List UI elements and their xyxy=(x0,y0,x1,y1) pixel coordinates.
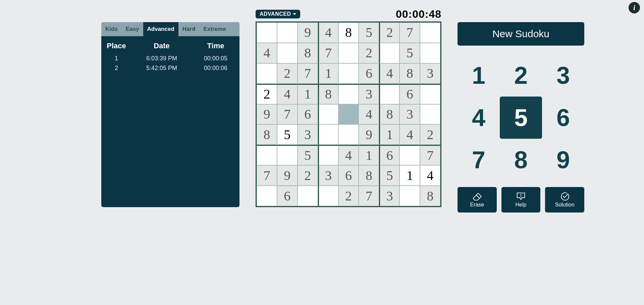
cell-7-6[interactable]: 5 xyxy=(379,165,399,186)
cell-6-5[interactable]: 1 xyxy=(359,145,379,165)
cell-3-7[interactable]: 6 xyxy=(399,84,420,104)
cell-1-8[interactable] xyxy=(420,43,440,63)
cell-8-0[interactable] xyxy=(257,186,277,206)
cell-8-2[interactable] xyxy=(298,186,318,206)
cell-1-5[interactable]: 2 xyxy=(359,43,379,63)
numpad-8[interactable]: 8 xyxy=(500,139,542,181)
cell-4-7[interactable]: 3 xyxy=(399,104,420,125)
cell-3-0[interactable]: 2 xyxy=(257,84,277,104)
numpad-1[interactable]: 1 xyxy=(458,54,500,97)
new-sudoku-button[interactable]: New Sudoku xyxy=(458,22,584,46)
cell-4-0[interactable]: 9 xyxy=(257,104,277,125)
cell-2-2[interactable]: 7 xyxy=(298,63,318,84)
cell-6-7[interactable] xyxy=(399,145,420,165)
cell-1-2[interactable]: 8 xyxy=(298,43,318,63)
cell-2-0[interactable] xyxy=(257,63,277,84)
difficulty-dropdown[interactable]: ADVANCED xyxy=(256,10,300,18)
cell-8-1[interactable]: 6 xyxy=(277,186,298,206)
cell-4-4[interactable] xyxy=(338,104,359,125)
cell-6-3[interactable] xyxy=(318,145,338,165)
cell-2-3[interactable]: 1 xyxy=(318,63,338,84)
cell-0-2[interactable]: 9 xyxy=(298,22,318,43)
tab-easy[interactable]: Easy xyxy=(122,22,143,36)
tab-extreme[interactable]: Extreme xyxy=(200,22,230,36)
cell-1-3[interactable]: 7 xyxy=(318,43,338,63)
cell-2-7[interactable]: 8 xyxy=(399,63,420,84)
sudoku-board[interactable]: 9485274872527164832418369764838539142541… xyxy=(256,21,441,207)
numpad-4[interactable]: 4 xyxy=(458,97,500,139)
cell-0-1[interactable] xyxy=(277,22,298,43)
erase-button[interactable]: Erase xyxy=(458,187,497,212)
cell-7-5[interactable]: 8 xyxy=(359,165,379,186)
cell-7-3[interactable]: 3 xyxy=(318,165,338,186)
cell-7-2[interactable]: 2 xyxy=(298,165,318,186)
cell-6-0[interactable] xyxy=(257,145,277,165)
cell-1-6[interactable] xyxy=(379,43,399,63)
cell-6-4[interactable]: 4 xyxy=(338,145,359,165)
cell-1-7[interactable]: 5 xyxy=(399,43,420,63)
cell-4-8[interactable] xyxy=(420,104,440,125)
cell-8-7[interactable] xyxy=(399,186,420,206)
cell-1-4[interactable] xyxy=(338,43,359,63)
cell-2-6[interactable]: 4 xyxy=(379,63,399,84)
cell-8-3[interactable] xyxy=(318,186,338,206)
cell-0-0[interactable] xyxy=(257,22,277,43)
cell-3-6[interactable] xyxy=(379,84,399,104)
numpad-2[interactable]: 2 xyxy=(500,54,542,97)
cell-5-6[interactable]: 1 xyxy=(379,124,399,145)
cell-2-1[interactable]: 2 xyxy=(277,63,298,84)
cell-3-8[interactable] xyxy=(420,84,440,104)
cell-4-5[interactable]: 4 xyxy=(359,104,379,125)
cell-4-2[interactable]: 6 xyxy=(298,104,318,125)
cell-6-1[interactable] xyxy=(277,145,298,165)
cell-6-2[interactable]: 5 xyxy=(298,145,318,165)
numpad-6[interactable]: 6 xyxy=(542,97,584,139)
cell-1-1[interactable] xyxy=(277,43,298,63)
cell-3-4[interactable] xyxy=(338,84,359,104)
cell-5-1[interactable]: 5 xyxy=(277,124,298,145)
cell-8-5[interactable]: 7 xyxy=(359,186,379,206)
numpad-7[interactable]: 7 xyxy=(458,139,500,181)
cell-5-0[interactable]: 8 xyxy=(257,124,277,145)
cell-7-1[interactable]: 9 xyxy=(277,165,298,186)
cell-7-0[interactable]: 7 xyxy=(257,165,277,186)
cell-5-7[interactable]: 4 xyxy=(399,124,420,145)
tab-kids[interactable]: Kids xyxy=(101,22,122,36)
cell-4-1[interactable]: 7 xyxy=(277,104,298,125)
cell-6-6[interactable]: 6 xyxy=(379,145,399,165)
cell-0-3[interactable]: 4 xyxy=(318,22,338,43)
cell-2-8[interactable]: 3 xyxy=(420,63,440,84)
numpad-3[interactable]: 3 xyxy=(542,54,584,97)
cell-7-4[interactable]: 6 xyxy=(338,165,359,186)
solution-button[interactable]: Solution xyxy=(545,187,584,212)
cell-0-8[interactable] xyxy=(420,22,440,43)
cell-5-3[interactable] xyxy=(318,124,338,145)
cell-4-6[interactable]: 8 xyxy=(379,104,399,125)
cell-5-8[interactable]: 2 xyxy=(420,124,440,145)
cell-3-5[interactable]: 3 xyxy=(359,84,379,104)
numpad-9[interactable]: 9 xyxy=(542,139,584,181)
help-button[interactable]: Help xyxy=(501,187,541,212)
cell-8-6[interactable]: 3 xyxy=(379,186,399,206)
cell-5-4[interactable] xyxy=(338,124,359,145)
cell-0-4[interactable]: 8 xyxy=(338,22,359,43)
cell-1-0[interactable]: 4 xyxy=(257,43,277,63)
cell-6-8[interactable]: 7 xyxy=(420,145,440,165)
info-icon[interactable]: i xyxy=(629,2,640,13)
cell-0-5[interactable]: 5 xyxy=(359,22,379,43)
cell-0-6[interactable]: 2 xyxy=(379,22,399,43)
cell-2-5[interactable]: 6 xyxy=(359,63,379,84)
cell-8-4[interactable]: 2 xyxy=(338,186,359,206)
cell-4-3[interactable] xyxy=(318,104,338,125)
tab-advanced[interactable]: Advanced xyxy=(143,22,178,36)
cell-7-7[interactable]: 1 xyxy=(399,165,420,186)
cell-5-5[interactable]: 9 xyxy=(359,124,379,145)
cell-3-1[interactable]: 4 xyxy=(277,84,298,104)
cell-8-8[interactable]: 8 xyxy=(420,186,440,206)
cell-0-7[interactable]: 7 xyxy=(399,22,420,43)
cell-2-4[interactable] xyxy=(338,63,359,84)
cell-3-3[interactable]: 8 xyxy=(318,84,338,104)
cell-7-8[interactable]: 4 xyxy=(420,165,440,186)
cell-5-2[interactable]: 3 xyxy=(298,124,318,145)
cell-3-2[interactable]: 1 xyxy=(298,84,318,104)
